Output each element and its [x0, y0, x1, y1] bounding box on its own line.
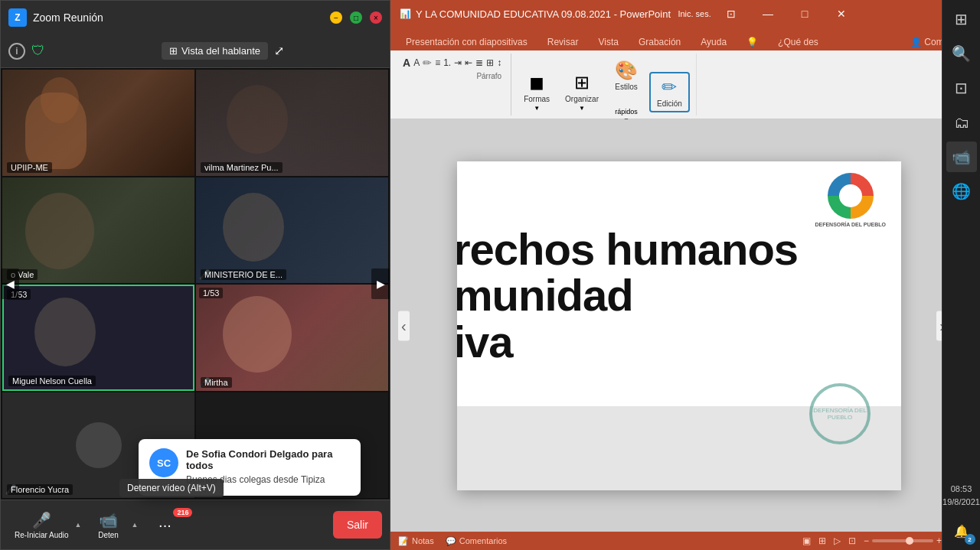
- notification-area[interactable]: 🔔 2: [946, 516, 977, 546]
- participant-name-7: Florencio Yucra: [7, 484, 73, 495]
- slide-count-6: 1/53: [199, 288, 223, 298]
- participant-cell-6[interactable]: 1/53 🎤 Mirtha: [196, 285, 388, 391]
- numbered-list-button[interactable]: 1.: [443, 57, 451, 68]
- slide-logo-area: DEFENSORÍA DEL PUEBLO: [815, 173, 886, 228]
- notes-icon: 📝: [398, 536, 409, 546]
- view-slide-icon[interactable]: ⊡: [848, 535, 856, 546]
- nav-left-arrow[interactable]: ◀: [1, 268, 19, 299]
- fullscreen-button[interactable]: ⤢: [274, 44, 284, 58]
- audio-label: Re-Iniciar Audio: [15, 531, 69, 539]
- tab-revisar[interactable]: Revisar: [538, 34, 588, 50]
- column-button[interactable]: ⊞: [486, 57, 494, 68]
- logo-circle: [828, 173, 874, 219]
- login-label: Inic. ses.: [678, 9, 710, 18]
- ppt-restore-button[interactable]: ⊡: [714, 0, 749, 28]
- notes-label: Notas: [412, 536, 434, 545]
- notes-button[interactable]: 📝 Notas: [398, 536, 434, 546]
- nav-right-arrow[interactable]: ▶: [371, 268, 390, 299]
- participant-cell-1[interactable]: UPIIP-ME: [2, 70, 194, 176]
- chrome-icon[interactable]: 🌐: [946, 176, 977, 207]
- edit-label: Edición: [657, 99, 682, 108]
- camera-icon: 📹: [99, 511, 118, 529]
- participant-name-5: Miguel Nelson Cuella: [8, 376, 96, 386]
- outdent-button[interactable]: ⇤: [465, 57, 472, 68]
- logo-inner: [839, 184, 862, 207]
- audio-button[interactable]: 🎤 Re-Iniciar Audio: [8, 507, 75, 543]
- windows-start-icon[interactable]: ⊞: [946, 4, 977, 34]
- mic-off-icon: 🎤: [32, 511, 51, 529]
- participant-grid: UPIIP-ME vilma Martinez Pu... o Vale 🎤 M…: [1, 68, 390, 500]
- ppt-minimize-button[interactable]: —: [750, 0, 786, 28]
- highlight-button[interactable]: ✏: [423, 57, 432, 69]
- shapes-button[interactable]: ◼ Formas ▼: [519, 69, 554, 115]
- styles-icon: 🎨: [615, 60, 638, 81]
- minimize-button[interactable]: −: [330, 11, 342, 24]
- tab-que-des[interactable]: ¿Qué des: [769, 34, 828, 50]
- tab-presentacion[interactable]: Presentación con diapositivas: [397, 34, 537, 50]
- speaker-view-icon: ⊞: [169, 45, 178, 57]
- slide-title-line-2: munidad: [457, 272, 798, 319]
- participant-cell-5[interactable]: 1/53 Miguel Nelson Cuella: [2, 285, 194, 391]
- slide-stamp: DEFENSORÍA DEL PUEBLO: [809, 383, 871, 444]
- font-size-button[interactable]: A: [413, 57, 420, 68]
- edit-button[interactable]: ✏ Edición: [649, 72, 690, 112]
- video-chevron-icon[interactable]: ▲: [132, 521, 139, 529]
- slide-prev-arrow[interactable]: ‹: [398, 311, 410, 340]
- zoom-sidebar-icon[interactable]: 📹: [946, 142, 977, 172]
- leave-button[interactable]: Salir: [333, 511, 382, 539]
- bold-button[interactable]: A: [403, 57, 410, 69]
- slide-area[interactable]: ‹ › DEFENSORÍA DEL PUEBLO rechos humanos…: [390, 119, 968, 532]
- video-tooltip: Detener vídeo (Alt+V): [119, 479, 224, 497]
- participant-name-2: vilma Martinez Pu...: [201, 162, 283, 173]
- ribbon-tabs: Presentación con diapositivas Revisar Vi…: [390, 28, 980, 50]
- zoom-toolbar-center: ⊞ Vista del hablante ⤢: [64, 42, 382, 60]
- zoom-out-icon[interactable]: −: [864, 535, 869, 546]
- direction-button[interactable]: ↕: [497, 57, 501, 68]
- align-button[interactable]: ≣: [475, 57, 483, 68]
- participant-cell-3[interactable]: o Vale: [2, 177, 194, 284]
- zoom-slider[interactable]: [872, 539, 933, 542]
- windows-sidebar: ⊞ 🔍 ⊡ 🗂 📹 🌐 08:53 19/8/2021 🔔 2: [942, 0, 980, 550]
- participant-cell-4[interactable]: 🎤 MINISTERIO DE E...: [196, 177, 388, 284]
- view-reading-icon[interactable]: ▷: [834, 535, 841, 546]
- speaker-view-button[interactable]: ⊞ Vista del hablante: [162, 42, 268, 60]
- ppt-login-button[interactable]: Inic. ses.: [677, 0, 712, 28]
- ppt-statusbar: 📝 Notas 💬 Comentarios ▣ ⊞ ▷ ⊡ − + 58% ⊞: [390, 532, 980, 550]
- task-view-icon[interactable]: ⊡: [946, 73, 977, 103]
- search-icon[interactable]: 🔍: [946, 38, 977, 69]
- indent-button[interactable]: ⇥: [454, 57, 462, 68]
- slide-title-area: rechos humanos munidad iva: [457, 226, 798, 366]
- video-label: Deten: [98, 531, 119, 539]
- shapes-label: Formas: [524, 95, 550, 103]
- shapes-chevron-icon: ▼: [534, 105, 540, 112]
- info-icon[interactable]: i: [8, 43, 25, 60]
- zoom-in-icon[interactable]: +: [936, 535, 942, 546]
- ppt-title: Y LA COMUNIDAD EDUCATIVA 09.08.2021 - Po…: [416, 8, 671, 20]
- tab-ayuda[interactable]: Ayuda: [691, 34, 736, 50]
- organize-button[interactable]: ⊞ Organizar ▼: [560, 69, 603, 115]
- ppt-maximize-button[interactable]: □: [787, 0, 822, 28]
- comments-button[interactable]: 💬 Comentarios: [446, 536, 507, 546]
- participant-cell-2[interactable]: vilma Martinez Pu...: [196, 70, 388, 176]
- close-button[interactable]: ×: [370, 11, 382, 24]
- video-button[interactable]: 📹 Deten: [86, 507, 132, 543]
- tab-lightbulb[interactable]: 💡: [737, 34, 767, 50]
- maximize-button[interactable]: □: [350, 11, 362, 24]
- styles-button[interactable]: 🎨 Estilos rápidos ▼: [609, 57, 643, 127]
- tab-grabacion[interactable]: Grabación: [629, 34, 690, 50]
- audio-chevron-icon[interactable]: ▲: [75, 521, 82, 529]
- more-icon: ···: [158, 516, 172, 534]
- view-normal-icon[interactable]: ▣: [802, 535, 811, 546]
- tab-vista[interactable]: Vista: [589, 34, 627, 50]
- view-grid-icon[interactable]: ⊞: [818, 535, 826, 546]
- notification-badge: 2: [965, 534, 975, 545]
- file-explorer-icon[interactable]: 🗂: [946, 107, 977, 138]
- ppt-close-button[interactable]: ✕: [824, 0, 859, 28]
- more-button[interactable]: ··· 216: [142, 513, 188, 538]
- participant-name-6: Mirtha: [201, 377, 232, 388]
- zoom-window: Z Zoom Reunión − □ × i 🛡 ⊞ Vista del hab…: [0, 0, 390, 550]
- slide-title-line-3: iva: [457, 319, 798, 366]
- organize-icon: ⊞: [574, 72, 590, 93]
- list-button[interactable]: ≡: [435, 57, 440, 68]
- chat-badge: 216: [173, 508, 192, 517]
